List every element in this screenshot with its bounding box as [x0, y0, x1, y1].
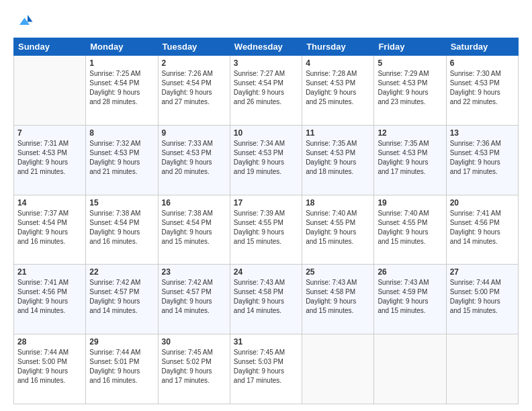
day-number: 20 [450, 198, 515, 208]
day-cell: 22Sunrise: 7:42 AM Sunset: 4:57 PM Dayli… [86, 265, 158, 334]
day-number: 16 [162, 198, 226, 208]
day-info: Sunrise: 7:26 AM Sunset: 4:54 PM Dayligh… [162, 69, 226, 107]
day-number: 18 [306, 198, 370, 208]
day-info: Sunrise: 7:45 AM Sunset: 5:03 PM Dayligh… [234, 348, 298, 385]
day-cell: 5Sunrise: 7:29 AM Sunset: 4:53 PM Daylig… [374, 56, 446, 126]
day-number: 3 [234, 58, 298, 68]
day-number: 28 [17, 337, 82, 347]
day-info: Sunrise: 7:34 AM Sunset: 4:53 PM Dayligh… [234, 139, 298, 177]
day-cell: 13Sunrise: 7:36 AM Sunset: 4:53 PM Dayli… [446, 125, 518, 195]
day-cell: 23Sunrise: 7:42 AM Sunset: 4:57 PM Dayli… [158, 265, 230, 334]
day-number: 31 [234, 337, 298, 347]
day-cell: 9Sunrise: 7:33 AM Sunset: 4:53 PM Daylig… [158, 125, 230, 195]
day-cell [374, 334, 446, 404]
day-header-friday: Friday [374, 38, 446, 56]
day-number: 26 [378, 267, 442, 277]
day-info: Sunrise: 7:38 AM Sunset: 4:54 PM Dayligh… [89, 209, 154, 246]
day-cell: 30Sunrise: 7:45 AM Sunset: 5:02 PM Dayli… [158, 334, 230, 404]
day-cell: 25Sunrise: 7:43 AM Sunset: 4:58 PM Dayli… [302, 265, 374, 334]
week-row-4: 28Sunrise: 7:44 AM Sunset: 5:00 PM Dayli… [14, 334, 519, 404]
day-info: Sunrise: 7:44 AM Sunset: 5:01 PM Dayligh… [89, 348, 154, 385]
day-info: Sunrise: 7:28 AM Sunset: 4:53 PM Dayligh… [306, 69, 370, 107]
day-cell: 29Sunrise: 7:44 AM Sunset: 5:01 PM Dayli… [86, 334, 158, 404]
day-cell: 12Sunrise: 7:35 AM Sunset: 4:53 PM Dayli… [374, 125, 446, 195]
day-header-tuesday: Tuesday [158, 38, 230, 56]
day-cell: 16Sunrise: 7:38 AM Sunset: 4:54 PM Dayli… [158, 195, 230, 265]
day-number: 10 [234, 128, 298, 138]
week-row-3: 21Sunrise: 7:41 AM Sunset: 4:56 PM Dayli… [14, 265, 519, 334]
header [13, 11, 519, 31]
day-info: Sunrise: 7:33 AM Sunset: 4:53 PM Dayligh… [162, 139, 226, 177]
day-cell: 8Sunrise: 7:32 AM Sunset: 4:53 PM Daylig… [86, 125, 158, 195]
day-info: Sunrise: 7:42 AM Sunset: 4:57 PM Dayligh… [89, 278, 154, 316]
day-cell: 24Sunrise: 7:43 AM Sunset: 4:58 PM Dayli… [230, 265, 302, 334]
day-info: Sunrise: 7:27 AM Sunset: 4:54 PM Dayligh… [234, 69, 298, 107]
day-number: 22 [89, 267, 154, 277]
day-info: Sunrise: 7:31 AM Sunset: 4:53 PM Dayligh… [17, 139, 82, 177]
day-info: Sunrise: 7:29 AM Sunset: 4:53 PM Dayligh… [378, 69, 442, 107]
day-number: 27 [450, 267, 515, 277]
day-cell: 19Sunrise: 7:40 AM Sunset: 4:55 PM Dayli… [374, 195, 446, 265]
day-cell: 20Sunrise: 7:41 AM Sunset: 4:56 PM Dayli… [446, 195, 518, 265]
day-info: Sunrise: 7:40 AM Sunset: 4:55 PM Dayligh… [378, 209, 442, 246]
day-number: 19 [378, 198, 442, 208]
day-info: Sunrise: 7:35 AM Sunset: 4:53 PM Dayligh… [306, 139, 370, 177]
day-info: Sunrise: 7:42 AM Sunset: 4:57 PM Dayligh… [162, 278, 226, 316]
day-number: 6 [450, 58, 515, 68]
week-row-1: 7Sunrise: 7:31 AM Sunset: 4:53 PM Daylig… [14, 125, 519, 195]
day-cell: 21Sunrise: 7:41 AM Sunset: 4:56 PM Dayli… [14, 265, 86, 334]
day-info: Sunrise: 7:35 AM Sunset: 4:53 PM Dayligh… [378, 139, 442, 177]
day-number: 9 [162, 128, 226, 138]
day-info: Sunrise: 7:25 AM Sunset: 4:54 PM Dayligh… [89, 69, 154, 107]
day-cell: 28Sunrise: 7:44 AM Sunset: 5:00 PM Dayli… [14, 334, 86, 404]
day-info: Sunrise: 7:39 AM Sunset: 4:55 PM Dayligh… [234, 209, 298, 246]
day-number: 7 [17, 128, 82, 138]
day-cell: 4Sunrise: 7:28 AM Sunset: 4:53 PM Daylig… [302, 56, 374, 126]
day-number: 15 [89, 198, 154, 208]
day-cell: 2Sunrise: 7:26 AM Sunset: 4:54 PM Daylig… [158, 56, 230, 126]
day-cell: 3Sunrise: 7:27 AM Sunset: 4:54 PM Daylig… [230, 56, 302, 126]
day-number: 11 [306, 128, 370, 138]
day-number: 1 [89, 58, 154, 68]
day-header-sunday: Sunday [14, 38, 86, 56]
day-header-thursday: Thursday [302, 38, 374, 56]
svg-marker-0 [28, 15, 33, 22]
day-cell: 15Sunrise: 7:38 AM Sunset: 4:54 PM Dayli… [86, 195, 158, 265]
day-number: 14 [17, 198, 82, 208]
day-number: 17 [234, 198, 298, 208]
day-cell: 11Sunrise: 7:35 AM Sunset: 4:53 PM Dayli… [302, 125, 374, 195]
day-cell: 17Sunrise: 7:39 AM Sunset: 4:55 PM Dayli… [230, 195, 302, 265]
day-cell: 18Sunrise: 7:40 AM Sunset: 4:55 PM Dayli… [302, 195, 374, 265]
day-info: Sunrise: 7:41 AM Sunset: 4:56 PM Dayligh… [450, 209, 515, 246]
day-info: Sunrise: 7:44 AM Sunset: 5:00 PM Dayligh… [17, 348, 82, 385]
day-info: Sunrise: 7:36 AM Sunset: 4:53 PM Dayligh… [450, 139, 515, 177]
day-cell: 26Sunrise: 7:43 AM Sunset: 4:59 PM Dayli… [374, 265, 446, 334]
day-cell: 10Sunrise: 7:34 AM Sunset: 4:53 PM Dayli… [230, 125, 302, 195]
day-header-wednesday: Wednesday [230, 38, 302, 56]
day-number: 29 [89, 337, 154, 347]
day-info: Sunrise: 7:30 AM Sunset: 4:53 PM Dayligh… [450, 69, 515, 107]
day-cell [14, 56, 86, 126]
day-info: Sunrise: 7:40 AM Sunset: 4:55 PM Dayligh… [306, 209, 370, 246]
page: SundayMondayTuesdayWednesdayThursdayFrid… [0, 0, 532, 411]
day-number: 25 [306, 267, 370, 277]
day-cell: 7Sunrise: 7:31 AM Sunset: 4:53 PM Daylig… [14, 125, 86, 195]
day-number: 8 [89, 128, 154, 138]
day-cell [446, 334, 518, 404]
logo-icon [13, 11, 34, 31]
logo [13, 11, 36, 31]
day-info: Sunrise: 7:43 AM Sunset: 4:58 PM Dayligh… [306, 278, 370, 316]
calendar: SundayMondayTuesdayWednesdayThursdayFrid… [13, 38, 519, 404]
week-row-2: 14Sunrise: 7:37 AM Sunset: 4:54 PM Dayli… [14, 195, 519, 265]
day-cell: 1Sunrise: 7:25 AM Sunset: 4:54 PM Daylig… [86, 56, 158, 126]
day-number: 2 [162, 58, 226, 68]
day-number: 21 [17, 267, 82, 277]
day-cell: 6Sunrise: 7:30 AM Sunset: 4:53 PM Daylig… [446, 56, 518, 126]
day-info: Sunrise: 7:37 AM Sunset: 4:54 PM Dayligh… [17, 209, 82, 246]
day-number: 24 [234, 267, 298, 277]
day-info: Sunrise: 7:43 AM Sunset: 4:59 PM Dayligh… [378, 278, 442, 316]
header-row: SundayMondayTuesdayWednesdayThursdayFrid… [14, 38, 519, 56]
day-number: 4 [306, 58, 370, 68]
day-number: 23 [162, 267, 226, 277]
day-info: Sunrise: 7:44 AM Sunset: 5:00 PM Dayligh… [450, 278, 515, 316]
